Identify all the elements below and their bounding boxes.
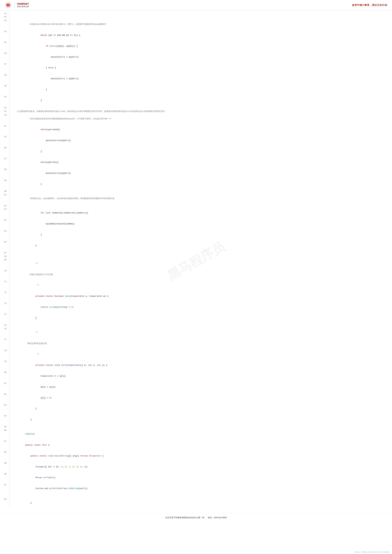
code-line: } — [9, 313, 392, 324]
code-line — [9, 15, 392, 19]
code-line: //上面的循环结束后，如果退出循环的条件是p1<=mid，则证明左边小组中的数据… — [9, 110, 392, 113]
line-number: 72 — [0, 291, 9, 302]
table-row: 49 } — [0, 84, 392, 95]
line-number: 58 — [0, 168, 9, 179]
line-number: 55 — [0, 135, 9, 146]
table-row — [0, 494, 392, 498]
footer-link: https://blog.csdn.net/bin_27484201 — [354, 551, 390, 553]
code-line: 数组元素i和j交换位置 — [9, 338, 392, 349]
logo-box: 黑马 传智播客旗下 高端IT教育品牌 — [5, 2, 29, 8]
header-slogan: 改变中国IT教育，我们正在行动 — [352, 4, 387, 7]
code-line: } — [9, 229, 392, 240]
table-row: 86 //测试代码 — [0, 429, 392, 440]
line-number: 47 — [0, 62, 9, 73]
code-line: //比较左边小组和右边小组中的元素大小，哪个小，就把哪个数据填充到assist数… — [9, 19, 392, 30]
line-number: 77 — [0, 338, 9, 349]
page-header: 黑马 传智播客旗下 高端IT教育品牌 改变中国IT教育，我们正在行动 — [0, 0, 392, 10]
code-line — [9, 190, 392, 193]
line-number: 42 — [0, 15, 9, 19]
code-line: while(p1<=mid){ — [9, 125, 392, 135]
line-number: 43 — [0, 19, 9, 30]
table-row: 69 /* — [0, 258, 392, 269]
line-number: 51 — [0, 106, 9, 110]
code-line: //到现在为止，assist数组中，从lo到hi的元素是有序的，再把数据拷贝到a… — [9, 193, 392, 204]
line-number: 87 — [0, 440, 9, 450]
line-number: 62 — [0, 204, 9, 208]
code-line: assist[i++]=a[p2++]; — [9, 168, 392, 179]
page-footer: 北京市昌平区建材城西路金燕龙办公楼一层 电话：400-618-9090 — [0, 513, 392, 521]
table-row: 83 } — [0, 403, 392, 414]
line-number: 56 — [0, 146, 9, 157]
table-row: 60 — [0, 190, 392, 193]
line-number: 82 — [0, 393, 9, 403]
table-row: 85 — [0, 425, 392, 429]
line-number: 57 — [0, 157, 9, 168]
code-line: a[index]=assist[index]; — [9, 219, 392, 229]
line-number: 71 — [0, 280, 9, 291]
table-row: 64 a[index]=assist[index]; — [0, 219, 392, 229]
line-number: 60 — [0, 190, 9, 193]
table-row: 91 System.out.println(Arrays.toString(ar… — [0, 483, 392, 494]
line-number: 79 — [0, 360, 9, 371]
line-number — [0, 494, 9, 498]
table-row: 62 — [0, 204, 392, 208]
code-line: //测试代码 — [9, 429, 392, 440]
table-row: 78 */ — [0, 349, 392, 360]
code-line: if (less(a[p1], a[p2])) { — [9, 41, 392, 52]
line-number: 89 — [0, 462, 9, 472]
line-number: 45 — [0, 41, 9, 52]
code-line: assist[i++]=a[p1++]; — [9, 135, 392, 146]
table-row: 48 assist[i++] = a[p2++]; — [0, 73, 392, 84]
table-row: 76 /* — [0, 327, 392, 338]
table-row: 63 for (int index=lo;index<=hi;index++){ — [0, 208, 392, 219]
line-number: 85 — [0, 425, 9, 429]
table-row: 88 public static void main(String[] args… — [0, 450, 392, 462]
code-line — [9, 324, 392, 327]
code-line: System.out.println(Arrays.toString(arr))… — [9, 483, 392, 494]
code-line: /* — [9, 258, 392, 269]
line-number: 64 — [0, 219, 9, 229]
table-row: 68 — [0, 255, 392, 258]
table-row: 56 } — [0, 146, 392, 157]
line-number: 75 — [0, 324, 9, 327]
code-line: Merge.sort(arr); — [9, 472, 392, 483]
table-row: 80 Comparable t = a[i]; — [0, 371, 392, 382]
table-row: 70 比较v元素是否小于w元素 — [0, 269, 392, 280]
table-row: 84 } — [0, 414, 392, 425]
code-line: } — [9, 146, 392, 157]
line-number: 74 — [0, 313, 9, 324]
footer-address: 北京市昌平区建材城西路金燕龙办公楼一层 — [165, 516, 204, 519]
logo-text: 传智播客旗下 高端IT教育品牌 — [17, 2, 29, 8]
line-number: 86 — [0, 429, 9, 440]
table-row: 41 — [0, 12, 392, 15]
line-number: 73 — [0, 302, 9, 313]
code-line: } — [9, 179, 392, 190]
code-line — [9, 204, 392, 208]
line-number: 69 — [0, 258, 9, 269]
code-line — [9, 425, 392, 429]
table-row: 52 //上面的循环结束后，如果退出循环的条件是p1<=mid，则证明左边小组中… — [0, 110, 392, 113]
line-number: 92 — [0, 498, 9, 508]
table-row: 54 while(p1<=mid){ — [0, 125, 392, 135]
line-number: 88 — [0, 450, 9, 462]
code-line: return v.compareTo(w) < 0; — [9, 302, 392, 313]
code-line: } — [9, 240, 392, 251]
line-number: 49 — [0, 84, 9, 95]
code-line: /* — [9, 327, 392, 338]
table-row: 75 — [0, 324, 392, 327]
line-number: 66 — [0, 240, 9, 251]
code-line: //所以需要把未填充完毕的数据继续填充到assist中，//下面两个循环，只会执… — [9, 113, 392, 125]
line-number: 81 — [0, 382, 9, 393]
line-number: 83 — [0, 403, 9, 414]
line-number: 48 — [0, 73, 9, 84]
code-line: } — [9, 414, 392, 425]
logo-divider — [14, 2, 14, 8]
table-row: 74 } — [0, 313, 392, 324]
code-line: } — [9, 498, 392, 508]
code-container: 黑马程序员 41 42 43 //比较左边小组和右边小组中的元素大小，哪个小，就… — [0, 10, 392, 512]
line-number: 65 — [0, 229, 9, 240]
header-left: 黑马 传智播客旗下 高端IT教育品牌 — [5, 2, 29, 8]
code-line: Comparable t = a[i]; — [9, 371, 392, 382]
table-row: 53 //所以需要把未填充完毕的数据继续填充到assist中，//下面两个循环，… — [0, 113, 392, 125]
code-line: Integer[] arr = {8, 4, 5, 7, 1, 3, 6, 2}… — [9, 462, 392, 472]
